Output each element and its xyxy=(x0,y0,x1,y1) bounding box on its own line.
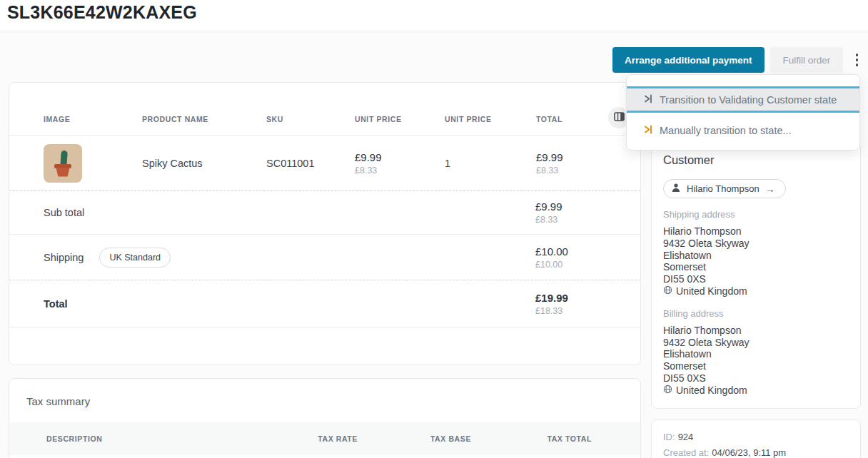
subtotal-label: Sub total xyxy=(44,207,84,218)
billing-address: Hilario Thompson 9432 Oleta Skyway Elish… xyxy=(663,325,849,397)
address-country: United Kingdom xyxy=(676,285,747,297)
state-transition-menu: Transition to Validating Customer state … xyxy=(626,74,860,151)
line-total-alt: £8.33 xyxy=(536,166,596,175)
column-total: TOTAL xyxy=(536,115,596,135)
arrange-additional-payment-button[interactable]: Arrange additional payment xyxy=(612,47,764,73)
globe-icon xyxy=(663,385,672,397)
shipping-value-alt: £10.00 xyxy=(535,260,568,270)
column-tax-rate: TAX RATE xyxy=(244,434,358,443)
address-line: DI55 0XS xyxy=(663,372,849,385)
column-sku: SKU xyxy=(266,115,355,135)
shipping-label: Shipping xyxy=(44,252,84,263)
person-icon xyxy=(671,183,681,195)
address-line: DI55 0XS xyxy=(663,273,849,285)
column-image: IMAGE xyxy=(44,115,142,135)
column-description: DESCRIPTION xyxy=(46,434,244,443)
customer-link[interactable]: Hilario Thompson → xyxy=(663,179,786,198)
total-row: Total £19.99 £18.33 xyxy=(9,280,640,327)
items-table-header: IMAGE PRODUCT NAME SKU UNIT PRICE UNIT P… xyxy=(9,83,640,135)
order-actions: Arrange additional payment Fulfill order xyxy=(612,47,864,73)
total-label: Total xyxy=(44,298,68,310)
quantity: 1 xyxy=(445,158,536,169)
product-sku: SC011001 xyxy=(266,158,355,169)
subtotal-value-alt: £8.33 xyxy=(535,215,562,225)
order-created-at: Created at:04/06/23, 9:11 pm xyxy=(663,447,849,458)
items-card-footer xyxy=(9,327,640,365)
tax-table-header: DESCRIPTION TAX RATE TAX BASE TAX TOTAL xyxy=(9,422,640,455)
shipping-value: £10.00 xyxy=(535,245,568,258)
address-country: United Kingdom xyxy=(676,385,747,397)
shipping-method-badge: UK Standard xyxy=(99,248,171,268)
menu-item-transition-validating-customer[interactable]: Transition to Validating Customer state xyxy=(627,86,859,113)
column-product-name: PRODUCT NAME xyxy=(142,115,266,135)
menu-item-label: Manually transition to state... xyxy=(660,125,792,136)
billing-address-label: Billing address xyxy=(663,308,849,319)
address-line: Hilario Thompson xyxy=(663,225,849,238)
column-unit-price: UNIT PRICE xyxy=(355,115,445,135)
shipping-address-label: Shipping address xyxy=(663,209,849,220)
menu-item-label: Transition to Validating Customer state xyxy=(660,94,837,106)
unit-price-alt: £8.33 xyxy=(355,166,445,175)
customer-title: Customer xyxy=(663,153,849,167)
top-bar: SL3K66E42W2KAXEG xyxy=(0,0,868,31)
column-tax-total: TAX TOTAL xyxy=(471,434,592,443)
fulfill-order-button[interactable]: Fulfill order xyxy=(770,47,844,73)
product-image xyxy=(44,144,82,183)
page-title: SL3K66E42W2KAXEG xyxy=(0,0,868,23)
order-id-label: ID: xyxy=(663,432,675,442)
address-line: Somerset xyxy=(663,360,849,372)
order-id-value: 924 xyxy=(678,432,694,442)
total-value-alt: £18.33 xyxy=(535,306,568,316)
shipping-address: Hilario Thompson 9432 Oleta Skyway Elish… xyxy=(663,225,849,297)
column-tax-base: TAX BASE xyxy=(358,434,471,443)
subtotal-row: Sub total £9.99 £8.33 xyxy=(9,190,640,234)
unit-price: £9.99 xyxy=(355,151,445,163)
address-line: Elishatown xyxy=(663,348,849,360)
address-line: Elishatown xyxy=(663,250,849,262)
shipping-row: Shipping UK Standard £10.00 £10.00 xyxy=(9,234,640,280)
line-total: £9.99 xyxy=(536,151,596,163)
address-line: 9432 Oleta Skyway xyxy=(663,337,849,349)
customer-name: Hilario Thompson xyxy=(687,183,760,194)
order-meta-card: ID:924 Created at:04/06/23, 9:11 pm xyxy=(651,419,861,458)
address-line: Somerset xyxy=(663,261,849,273)
customer-card: Customer Hilario Thompson → Shipping add… xyxy=(651,143,861,409)
transition-state-icon xyxy=(642,93,653,106)
order-items-card: IMAGE PRODUCT NAME SKU UNIT PRICE UNIT P… xyxy=(9,82,641,365)
product-name: Spiky Cactus xyxy=(142,158,266,169)
created-at-value: 04/06/23, 9:11 pm xyxy=(712,447,786,458)
subtotal-value: £9.99 xyxy=(535,200,562,213)
menu-item-manually-transition[interactable]: Manually transition to state... xyxy=(627,119,859,141)
columns-icon xyxy=(614,112,625,123)
kebab-menu-icon[interactable] xyxy=(849,47,864,73)
tax-summary-card: Tax summary DESCRIPTION TAX RATE TAX BAS… xyxy=(9,378,641,458)
created-at-label: Created at: xyxy=(663,447,709,458)
line-item-row: Spiky Cactus SC011001 £9.99 £8.33 1 £9.9… xyxy=(9,135,640,190)
column-unit-price-2: UNIT PRICE xyxy=(445,115,536,135)
globe-icon xyxy=(663,285,672,297)
tax-summary-title: Tax summary xyxy=(9,379,640,407)
transition-state-icon xyxy=(642,124,653,137)
order-id: ID:924 xyxy=(663,432,849,442)
address-line: Hilario Thompson xyxy=(663,325,849,337)
total-value: £19.99 xyxy=(535,292,568,304)
arrow-right-icon: → xyxy=(765,183,775,195)
address-line: 9432 Oleta Skyway xyxy=(663,238,849,250)
